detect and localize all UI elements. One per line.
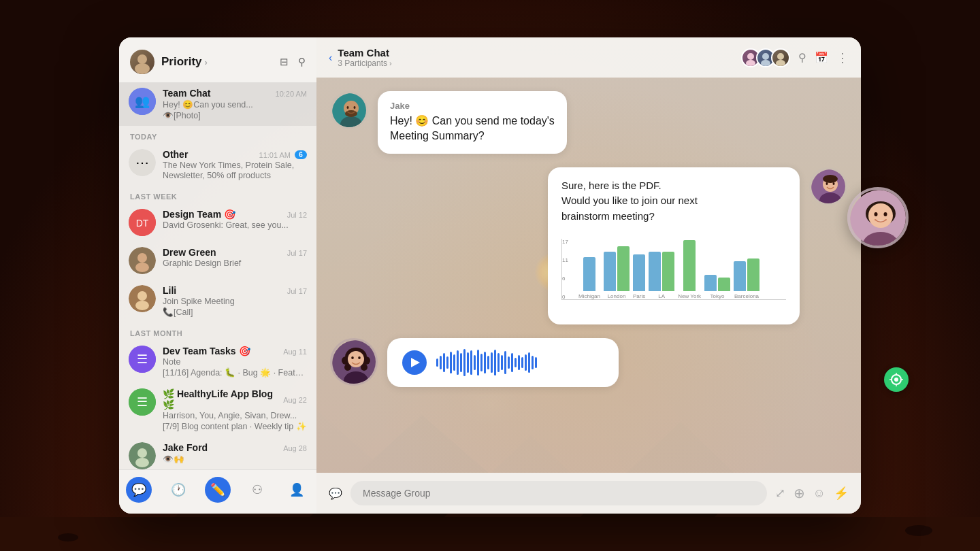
conv-name: 🌿 HealthyLife App Blog 🌿: [163, 388, 283, 410]
chat-subtitle: 3 Participants ›: [338, 59, 391, 68]
conv-item-lili[interactable]: Lili Jul 17 Join Spike Meeting 📞[Call]: [119, 280, 316, 322]
nav-chat[interactable]: 💬: [126, 477, 152, 503]
conv-preview2: 👁️[Photo]: [163, 110, 307, 120]
bar-barcelona-blue: [734, 261, 746, 291]
wave-bar: [463, 349, 466, 376]
conv-body: Drew Green Jul 17 Graphic Design Brief: [163, 247, 307, 268]
svg-point-10: [135, 63, 150, 74]
message-input[interactable]: [350, 481, 767, 505]
sidebar-title[interactable]: Priority ›: [161, 55, 208, 69]
conv-time: 11:01 AM: [259, 151, 291, 159]
conv-preview: David Grosenki: Great, see you...: [163, 220, 307, 230]
wave-bar: [525, 354, 527, 371]
conv-item-team-chat[interactable]: 👥 Team Chat 10:20 AM Hey! 😊Can you send.…: [119, 82, 316, 126]
more-icon[interactable]: ⋮: [836, 50, 849, 65]
sidebar-header: Priority › ⊟ ⚲: [119, 37, 316, 82]
healthylife-avatar: ☰: [129, 388, 156, 416]
conv-item-dev-team[interactable]: ☰ Dev Team Tasks 🎯 Aug 11 Note [11/16] A…: [119, 340, 316, 383]
calendar-icon[interactable]: 📅: [815, 51, 828, 64]
wave-bar: [504, 351, 506, 374]
conv-preview2: [11/16] Agenda: 🐛 · Bug 🌟 · Feature ⚙️: [163, 367, 307, 378]
conv-body: 🌿 HealthyLife App Blog 🌿 Aug 22 Harrison…: [163, 388, 307, 431]
conv-item-drew-green[interactable]: Drew Green Jul 17 Graphic Design Brief: [119, 241, 316, 280]
bolt-icon[interactable]: ⚡: [834, 486, 849, 501]
bar-london-blue: [604, 252, 616, 291]
svg-point-36: [761, 60, 770, 66]
conv-item-healthylife[interactable]: ☰ 🌿 HealthyLife App Blog 🌿 Aug 22 Harris…: [119, 383, 316, 437]
nav-clock[interactable]: 🕐: [165, 477, 191, 503]
conv-time: Aug 28: [283, 444, 307, 452]
wave-bar: [460, 353, 462, 372]
bar-chart: 17 11 6 0 Michigan: [561, 232, 786, 314]
bar-newyork-green: [683, 240, 696, 291]
wave-bar: [457, 350, 459, 375]
svg-point-64: [875, 212, 878, 216]
wave-bar: [446, 356, 448, 369]
conv-time: Jul 17: [287, 287, 307, 295]
conv-time: Jul 17: [287, 249, 307, 257]
bar-michigan-blue: [583, 257, 595, 291]
svg-point-65: [884, 212, 887, 216]
lili-avatar: [129, 285, 156, 312]
conv-item-jake-ford[interactable]: Jake Ford Aug 28 👁️🙌: [119, 437, 316, 469]
nav-contacts[interactable]: ⚇: [244, 477, 270, 503]
back-button[interactable]: ‹: [329, 52, 332, 64]
conv-name: Jake Ford: [163, 442, 208, 453]
svg-point-56: [361, 364, 368, 371]
svg-text:☰: ☰: [137, 352, 148, 366]
jake-msg-avatar: [330, 91, 368, 129]
conv-time: Aug 11: [283, 348, 307, 356]
expand-icon[interactable]: ⤢: [775, 486, 785, 501]
conv-item-design-team[interactable]: DT Design Team 🎯 Jul 12 David Grosenki: …: [119, 203, 316, 241]
wave-bar: [480, 354, 483, 371]
wave-bar: [477, 350, 479, 375]
design-team-avatar: DT: [129, 209, 156, 236]
conv-preview: Note: [163, 357, 307, 367]
chat-input-area: 💬 ⤢ ⊕ ☺ ⚡: [316, 473, 861, 514]
wave-bar: [528, 352, 530, 373]
conv-name: Dev Team Tasks 🎯: [163, 346, 250, 356]
svg-point-48: [823, 175, 838, 183]
svg-point-22: [135, 301, 149, 310]
chart-text: Sure, here is the PDF.Would you like to …: [561, 178, 786, 224]
conv-preview: Graphic Design Brief: [163, 258, 307, 268]
svg-point-55: [344, 364, 351, 371]
nav-people[interactable]: 👤: [284, 477, 310, 503]
wave-bar: [494, 350, 496, 375]
other-avatar: ⋯: [129, 149, 156, 176]
conv-preview: The New York Times, Protein Sale,: [163, 161, 307, 170]
search-icon[interactable]: ⚲: [298, 56, 306, 68]
message-julia-chart: Sure, here is the PDF.Would you like to …: [548, 167, 847, 325]
chat-area: ‹ Team Chat 3 Participants ›: [316, 37, 861, 514]
voice-bubble: [387, 338, 619, 387]
conv-name: Drew Green: [163, 247, 216, 258]
user-avatar[interactable]: [130, 50, 154, 74]
nav-compose[interactable]: ✏️: [205, 477, 231, 503]
bar-tokyo-green: [718, 278, 730, 291]
svg-point-44: [354, 106, 356, 109]
jake-bubble: Jake Hey! 😊 Can you send me today'sMeeti…: [378, 91, 567, 154]
search-icon[interactable]: ⚲: [798, 51, 806, 64]
chat-title-group: Team Chat 3 Participants ›: [338, 47, 391, 68]
emoji-icon[interactable]: ☺: [813, 486, 826, 501]
chat-header-right: ⚲ 📅 ⋮: [741, 48, 849, 67]
play-button[interactable]: [402, 350, 427, 375]
chat-messages: Jake Hey! 😊 Can you send me today'sMeeti…: [316, 78, 861, 473]
svg-point-8: [58, 533, 78, 541]
wave-bar: [535, 357, 537, 368]
green-dot-button[interactable]: [884, 367, 909, 392]
wave-bar: [443, 353, 445, 372]
svg-point-34: [746, 60, 755, 66]
conv-preview2: Newsletter, 50% off products: [163, 171, 307, 180]
filter-icon[interactable]: ⊟: [280, 56, 289, 68]
svg-point-35: [762, 53, 769, 60]
add-icon[interactable]: ⊕: [794, 485, 805, 501]
wave-bar: [467, 352, 469, 373]
svg-point-38: [776, 60, 785, 66]
conv-preview: 👁️🙌: [163, 454, 307, 464]
svg-point-50: [833, 182, 835, 185]
wave-bar: [514, 358, 517, 367]
priority-label: Priority: [161, 55, 202, 69]
floating-avatar: [847, 187, 909, 248]
conv-item-other[interactable]: ⋯ Other 11:01 AM 6 The New York Times, P…: [119, 144, 316, 186]
